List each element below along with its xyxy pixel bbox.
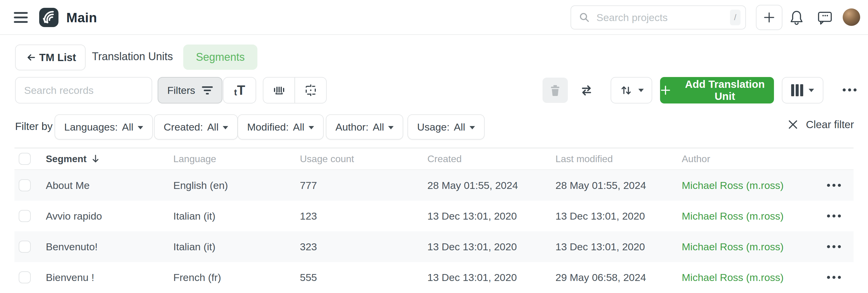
chevron-down-icon — [138, 126, 143, 130]
cell-last-modified: 13 Dec 13:01, 2020 — [555, 241, 682, 253]
tab-segments[interactable]: Segments — [183, 44, 257, 70]
search-icon — [578, 11, 590, 24]
columns-dropdown[interactable] — [782, 77, 824, 104]
search-records-input[interactable] — [24, 84, 158, 96]
feedback-chat-icon[interactable] — [817, 11, 832, 25]
cell-created: 13 Dec 13:01, 2020 — [427, 272, 555, 283]
clear-filter-label: Clear filter — [806, 118, 854, 131]
hamburger-menu-icon[interactable] — [14, 12, 28, 23]
table-row[interactable]: About Me English (en) 777 28 May 01:55, … — [14, 170, 854, 200]
cell-author-link[interactable]: Michael Ross (m.ross) — [682, 241, 827, 253]
topbar-divider — [0, 34, 868, 35]
clear-filter-button[interactable]: Clear filter — [787, 118, 854, 131]
user-avatar[interactable] — [843, 8, 860, 26]
cell-last-modified: 29 May 06:58, 2024 — [555, 272, 682, 283]
cell-created: 13 Dec 13:01, 2020 — [427, 210, 555, 222]
table-row[interactable]: Avvio rapido Italian (it) 123 13 Dec 13:… — [14, 200, 854, 231]
filter-dropdown-usage[interactable]: Usage: All — [407, 114, 485, 140]
cell-usage-count: 777 — [300, 180, 427, 191]
barcode-icon — [272, 83, 286, 98]
filter-value: All — [207, 121, 218, 133]
cell-author-link[interactable]: Michael Ross (m.ross) — [682, 272, 827, 283]
table-row[interactable]: Bienvenu ! French (fr) 555 13 Dec 13:01,… — [14, 262, 854, 293]
filter-value: All — [293, 121, 304, 133]
column-header-segment[interactable]: Segment — [46, 153, 173, 164]
add-translation-unit-button[interactable]: Add Translation Unit — [660, 77, 774, 104]
filter-lines-icon — [202, 86, 213, 95]
row-more-options-button[interactable] — [827, 242, 854, 251]
filter-value: All — [454, 121, 465, 133]
filter-dropdown-languages[interactable]: Languages: All — [55, 114, 153, 140]
delete-selected-button[interactable] — [542, 78, 568, 103]
cell-author-link[interactable]: Michael Ross (m.ross) — [682, 210, 827, 222]
column-header-usage-count[interactable]: Usage count — [300, 153, 427, 164]
notifications-bell-icon[interactable] — [789, 10, 804, 26]
swap-replace-button[interactable] — [578, 81, 595, 99]
select-all-checkbox[interactable] — [19, 153, 31, 165]
add-project-button[interactable] — [756, 5, 782, 30]
focus-frame-icon — [304, 83, 318, 98]
row-checkbox[interactable] — [19, 179, 31, 191]
cell-usage-count: 555 — [300, 272, 427, 283]
search-projects-box: / — [570, 5, 746, 30]
cell-language: English (en) — [173, 180, 300, 191]
cell-created: 13 Dec 13:01, 2020 — [427, 241, 555, 253]
case-icon-large: T — [237, 84, 245, 97]
chevron-down-icon — [470, 126, 475, 130]
plus-icon — [660, 84, 671, 96]
more-options-button[interactable] — [841, 85, 858, 95]
row-more-options-button[interactable] — [827, 181, 854, 190]
tm-segments-page: Main / — [0, 0, 868, 293]
filter-name: Languages: — [64, 121, 118, 133]
row-checkbox[interactable] — [19, 210, 31, 222]
filter-name: Usage: — [417, 121, 450, 133]
cell-usage-count: 123 — [300, 210, 427, 222]
column-header-created[interactable]: Created — [427, 153, 555, 164]
swap-arrows-icon — [579, 82, 594, 98]
row-checkbox[interactable] — [19, 271, 31, 283]
back-to-tm-list-button[interactable]: TM List — [15, 44, 86, 70]
cell-created: 28 May 01:55, 2024 — [427, 180, 555, 191]
table-row[interactable]: Benvenuto! Italian (it) 323 13 Dec 13:01… — [14, 231, 854, 262]
app-logo[interactable] — [39, 8, 59, 27]
trash-icon — [549, 84, 562, 97]
filter-dropdown-modified[interactable]: Modified: All — [238, 114, 324, 140]
focus-select-button[interactable] — [295, 78, 326, 103]
search-mode-toggle-group — [263, 77, 327, 104]
case-icon-small: t — [234, 88, 237, 97]
filter-by-label: Filter by — [15, 120, 53, 132]
cell-segment: Benvenuto! — [46, 241, 173, 253]
column-header-last-modified[interactable]: Last modified — [555, 153, 682, 164]
row-more-options-button[interactable] — [827, 273, 854, 282]
plus-icon — [763, 11, 775, 24]
chevron-down-icon — [223, 126, 228, 130]
cell-segment: About Me — [46, 180, 173, 191]
back-arrow-icon — [25, 52, 36, 63]
chevron-down-icon — [638, 89, 644, 92]
table-header-row: Segment Language Usage count Created Las… — [14, 148, 854, 170]
cell-last-modified: 28 May 01:55, 2024 — [555, 180, 682, 191]
cell-segment: Bienvenu ! — [46, 272, 173, 283]
sort-order-dropdown[interactable] — [611, 77, 652, 104]
match-case-button[interactable]: tT — [223, 77, 256, 104]
filter-value: All — [373, 121, 384, 133]
segments-table: Segment Language Usage count Created Las… — [14, 148, 854, 293]
filter-dropdown-author[interactable]: Author: All — [326, 114, 403, 140]
cell-author-link[interactable]: Michael Ross (m.ross) — [682, 180, 827, 191]
column-header-author[interactable]: Author — [682, 153, 827, 164]
cell-language: French (fr) — [173, 272, 300, 283]
top-bar: Main / — [0, 0, 868, 35]
filters-button[interactable]: Filters — [158, 77, 222, 104]
search-projects-input[interactable] — [596, 12, 730, 24]
row-more-options-button[interactable] — [827, 212, 854, 220]
cell-language: Italian (it) — [173, 210, 300, 222]
filter-dropdown-created[interactable]: Created: All — [154, 114, 238, 140]
column-header-language[interactable]: Language — [173, 153, 300, 164]
sort-arrows-icon — [619, 83, 633, 97]
filter-value: All — [122, 121, 133, 133]
cell-last-modified: 13 Dec 13:01, 2020 — [555, 210, 682, 222]
barcode-mode-button[interactable] — [264, 78, 294, 103]
back-button-label: TM List — [39, 51, 76, 64]
tab-translation-units[interactable]: Translation Units — [92, 50, 173, 63]
row-checkbox[interactable] — [19, 241, 31, 253]
